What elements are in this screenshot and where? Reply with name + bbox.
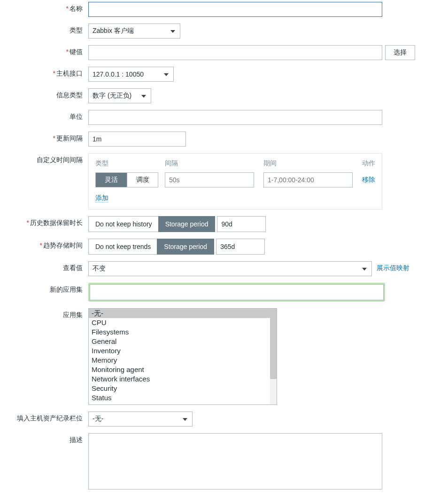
show-value-select[interactable]: 不变 bbox=[88, 261, 372, 276]
new-app-highlight bbox=[88, 283, 385, 302]
label-populate-host: 填入主机资产纪录栏位 bbox=[0, 412, 88, 423]
interval-remove-link[interactable]: 移除 bbox=[362, 176, 375, 184]
key-input[interactable] bbox=[88, 45, 382, 60]
history-no-keep[interactable]: Do not keep history bbox=[88, 216, 159, 232]
app-item[interactable]: -无- bbox=[89, 309, 270, 318]
interval-period-input[interactable] bbox=[263, 172, 353, 187]
interval-type-flexible[interactable]: 灵活 bbox=[96, 173, 127, 187]
interval-type-scheduling[interactable]: 调度 bbox=[127, 173, 158, 187]
label-trends: *趋势存储时间 bbox=[0, 239, 88, 250]
app-item[interactable]: Network interfaces bbox=[89, 374, 270, 384]
apps-scrollbar[interactable] bbox=[270, 309, 277, 404]
label-type: 类型 bbox=[0, 23, 88, 35]
interval-head-type: 类型 bbox=[95, 159, 165, 168]
description-textarea[interactable] bbox=[88, 433, 382, 489]
units-input[interactable] bbox=[88, 110, 382, 125]
label-description: 描述 bbox=[0, 433, 88, 444]
label-key: *键值 bbox=[0, 45, 88, 56]
interval-head-action: 动作 bbox=[362, 159, 375, 168]
label-host-interface: *主机接口 bbox=[0, 67, 88, 78]
populate-host-select[interactable]: -无- bbox=[88, 412, 193, 427]
apps-scrollbar-thumb[interactable] bbox=[270, 309, 277, 379]
host-interface-select[interactable]: 127.0.0.1 : 10050 bbox=[88, 67, 174, 82]
interval-head-period: 期间 bbox=[263, 159, 362, 168]
trends-no-keep[interactable]: Do not keep trends bbox=[88, 239, 157, 255]
history-storage-period[interactable]: Storage period bbox=[158, 216, 216, 232]
interval-value-input[interactable] bbox=[165, 172, 254, 187]
label-apps: 应用集 bbox=[0, 308, 88, 319]
app-item[interactable]: Monitoring agent bbox=[89, 365, 270, 374]
app-item[interactable]: Filesystems bbox=[89, 327, 270, 337]
show-value-mapping-link[interactable]: 展示值映射 bbox=[377, 261, 409, 272]
history-value-input[interactable] bbox=[217, 216, 266, 232]
app-item[interactable]: Memory bbox=[89, 356, 270, 365]
app-item[interactable]: Security bbox=[89, 384, 270, 393]
new-app-input[interactable] bbox=[90, 284, 384, 300]
label-custom-intervals: 自定义时间间隔 bbox=[0, 153, 88, 164]
custom-intervals-box: 类型 间隔 期间 动作 灵活 调度 移除 添加 bbox=[88, 153, 382, 210]
key-select-button[interactable]: 选择 bbox=[385, 45, 415, 60]
label-units: 单位 bbox=[0, 110, 88, 121]
app-item[interactable]: General bbox=[89, 337, 270, 346]
label-new-app: 新的应用集 bbox=[0, 283, 88, 294]
trends-value-input[interactable] bbox=[216, 239, 265, 255]
interval-type-segment: 灵活 调度 bbox=[95, 172, 158, 187]
label-update-interval: *更新间隔 bbox=[0, 132, 88, 143]
label-info-type: 信息类型 bbox=[0, 88, 88, 100]
label-show-value: 查看值 bbox=[0, 261, 88, 272]
label-history: *历史数据保留时长 bbox=[0, 216, 88, 227]
trends-storage-period[interactable]: Storage period bbox=[157, 239, 214, 255]
info-type-select[interactable]: 数字 (无正负) bbox=[88, 88, 151, 103]
name-input[interactable] bbox=[88, 2, 382, 17]
app-item[interactable]: Inventory bbox=[89, 346, 270, 356]
interval-head-interval: 间隔 bbox=[165, 159, 263, 168]
type-select[interactable]: Zabbix 客户端 bbox=[88, 23, 180, 39]
app-item[interactable]: CPU bbox=[89, 318, 270, 327]
app-item[interactable]: Status bbox=[89, 393, 270, 403]
interval-add-link[interactable]: 添加 bbox=[95, 194, 108, 202]
label-name: *名称 bbox=[0, 2, 88, 13]
apps-listbox[interactable]: -无-CPUFilesystemsGeneralInventoryMemoryM… bbox=[88, 308, 277, 405]
update-interval-input[interactable] bbox=[88, 132, 186, 147]
